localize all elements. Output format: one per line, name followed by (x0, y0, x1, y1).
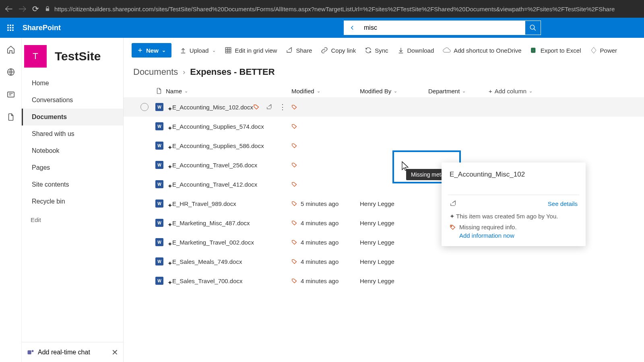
table-row[interactable]: W✦E_Accounting_Misc_102.docx⋮ (124, 97, 644, 117)
word-doc-icon: W (155, 257, 163, 265)
tag-warning-icon (291, 259, 297, 265)
word-doc-icon: W (155, 200, 163, 208)
globe-icon[interactable] (6, 68, 15, 78)
column-name[interactable]: Name⌄ (166, 88, 188, 95)
modified-cell: 4 minutes ago (301, 220, 339, 226)
file-name[interactable]: E_Marketing_Travel_002.docx (172, 239, 254, 246)
svg-point-5 (12, 27, 14, 29)
share-icon[interactable] (266, 104, 272, 110)
file-icon (155, 87, 163, 95)
new-indicator-icon: ✦ (167, 202, 171, 205)
nav-home[interactable]: Home (22, 75, 123, 92)
upload-button[interactable]: Upload⌄ (179, 44, 217, 56)
svg-point-17 (451, 226, 452, 226)
share-icon[interactable] (450, 200, 457, 207)
nav-edit[interactable]: Edit (22, 212, 123, 228)
svg-rect-11 (7, 92, 14, 97)
power-button[interactable]: Power (589, 44, 618, 56)
tag-warning-icon (291, 220, 297, 226)
modified-by-cell: Henry Legge (360, 239, 428, 246)
modified-cell: 4 minutes ago (301, 239, 339, 246)
more-icon[interactable]: ⋮ (279, 103, 287, 111)
card-missing-info: Missing required info. (450, 224, 578, 230)
svg-rect-12 (28, 350, 31, 354)
nav-site-contents[interactable]: Site contents (22, 176, 123, 193)
nav-documents[interactable]: Documents (22, 109, 123, 125)
file-name[interactable]: E_Marketing_Misc_487.docx (172, 220, 250, 226)
chevron-down-icon: ⌄ (462, 88, 466, 94)
site-logo[interactable]: T (24, 45, 47, 68)
news-icon[interactable] (6, 90, 15, 101)
file-name[interactable]: E_HR_Travel_989.docx (172, 200, 236, 207)
table-row[interactable]: W✦E_Accounting_Supplies_574.docx (124, 117, 644, 136)
tag-warning-icon (450, 224, 456, 230)
link-icon (321, 47, 328, 54)
new-button[interactable]: New⌄ (132, 43, 171, 58)
site-title[interactable]: TestSite (55, 49, 101, 63)
nav-recycle-bin[interactable]: Recycle bin (22, 193, 123, 210)
export-excel-button[interactable]: XExport to Excel (530, 44, 582, 56)
nav-shared[interactable]: Shared with us (22, 125, 123, 142)
word-doc-icon: W (155, 161, 163, 169)
chat-prompt[interactable]: Add real-time chat ✕ (22, 342, 123, 362)
modified-by-cell: Henry Legge (360, 200, 428, 207)
nav-notebook[interactable]: Notebook (22, 142, 123, 159)
files-icon[interactable] (6, 113, 15, 123)
search-back-icon[interactable] (344, 21, 360, 35)
file-name[interactable]: E_Accounting_Supplies_586.docx (172, 142, 264, 149)
copy-link-button[interactable]: Copy link (320, 44, 357, 56)
search-input[interactable] (360, 21, 525, 35)
new-indicator-icon: ✦ (167, 221, 171, 224)
onedrive-shortcut-button[interactable]: Add shortcut to OneDrive (442, 45, 522, 56)
svg-point-13 (32, 350, 34, 352)
breadcrumb-root[interactable]: Documents (133, 67, 178, 77)
power-icon (590, 47, 597, 54)
address-bar[interactable]: https://citizenbuilders.sharepoint.com/s… (45, 6, 639, 12)
nav-pages[interactable]: Pages (22, 159, 123, 176)
svg-point-7 (10, 29, 11, 31)
file-name[interactable]: E_Accounting_Travel_412.docx (172, 181, 257, 188)
close-icon[interactable]: ✕ (111, 348, 118, 357)
file-name[interactable]: E_Accounting_Travel_256.docx (172, 162, 257, 169)
share-button[interactable]: Share (285, 44, 313, 56)
file-name[interactable]: E_Accounting_Supplies_574.docx (172, 123, 264, 130)
suite-brand[interactable]: SharePoint (23, 24, 61, 32)
nav-conversations[interactable]: Conversations (22, 92, 123, 109)
new-indicator-icon: ✦ (167, 241, 171, 244)
add-info-link[interactable]: Add information now (459, 232, 578, 239)
app-launcher-icon[interactable] (2, 20, 19, 36)
file-name[interactable]: E_Sales_Meals_749.docx (172, 258, 242, 265)
upload-icon (180, 47, 187, 54)
file-name[interactable]: E_Sales_Travel_700.docx (172, 278, 243, 284)
nav-forward-icon[interactable]: 🡢 (19, 4, 27, 14)
column-modified-by[interactable]: Modified By⌄ (360, 88, 428, 95)
nav-reload-icon[interactable]: ⟳ (32, 4, 39, 14)
main-content: New⌄ Upload⌄ Edit in grid view Share Cop… (124, 38, 644, 362)
sync-button[interactable]: Sync (364, 44, 389, 56)
teams-icon (27, 348, 35, 356)
home-icon[interactable] (6, 45, 15, 56)
add-column-button[interactable]: + Add column⌄ (489, 88, 533, 95)
search-button[interactable] (525, 21, 541, 35)
grid-view-button[interactable]: Edit in grid view (224, 44, 278, 56)
download-button[interactable]: Download (396, 44, 435, 56)
lock-icon (45, 6, 50, 12)
tag-warning-icon (291, 123, 297, 130)
column-modified[interactable]: Modified⌄ (291, 88, 360, 95)
see-details-link[interactable]: See details (548, 200, 578, 207)
new-indicator-icon: ✦ (167, 279, 171, 282)
chevron-down-icon: ⌄ (317, 88, 320, 94)
table-row[interactable]: W✦E_Sales_Meals_749.docx4 minutes agoHen… (124, 252, 644, 271)
svg-rect-14 (226, 47, 231, 53)
svg-point-4 (10, 27, 11, 29)
table-row[interactable]: W✦E_Sales_Travel_700.docx4 minutes agoHe… (124, 271, 644, 290)
file-name[interactable]: E_Accounting_Misc_102.docx (172, 104, 253, 111)
tag-warning-icon[interactable] (253, 104, 260, 110)
excel-icon: X (530, 47, 538, 54)
column-department[interactable]: Department⌄ (428, 88, 489, 95)
table-row[interactable]: W✦E_Accounting_Supplies_586.docx (124, 136, 644, 155)
select-circle[interactable] (140, 103, 149, 111)
nav-back-icon[interactable]: 🡠 (5, 4, 13, 14)
word-doc-icon: W (155, 103, 163, 111)
site-nav: Home Conversations Documents Shared with… (22, 75, 123, 228)
